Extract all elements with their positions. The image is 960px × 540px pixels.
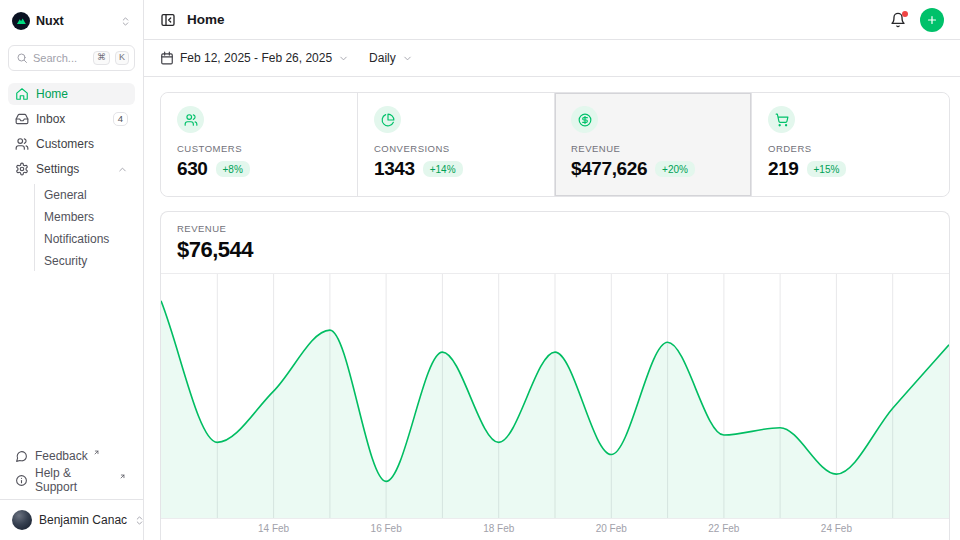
kbd-k: K [115,51,129,65]
feedback-link[interactable]: Feedback [8,445,135,467]
sidebar-item-label: Inbox [36,112,65,126]
stat-card-customers[interactable]: CUSTOMERS 630 +8% [161,93,358,196]
stat-delta-badge: +20% [655,161,695,177]
stat-label: CUSTOMERS [177,143,341,154]
app-window: Nuxt Search... ⌘ K Home [0,0,960,540]
filters-toolbar: Feb 12, 2025 - Feb 26, 2025 Daily [144,40,960,77]
info-circle-icon [15,474,28,487]
axis-tick-label: 16 Feb [371,523,402,534]
sidebar-collapse-icon[interactable] [160,12,176,28]
avatar [12,510,32,530]
page-header: Home [144,0,960,40]
axis-tick-label: 22 Feb [708,523,739,534]
revenue-area-chart[interactable] [161,274,949,519]
axis-tick-label: 20 Feb [596,523,627,534]
user-name: Benjamin Canac [39,513,127,527]
external-link-icon [119,473,126,480]
date-range-label: Feb 12, 2025 - Feb 26, 2025 [180,51,332,65]
sidebar-subitem-notifications[interactable]: Notifications [35,228,135,249]
chart-metric-value: $76,544 [177,237,933,263]
stats-row: CUSTOMERS 630 +8% CONVERSIONS 1343 +14% [160,92,950,197]
home-icon [15,87,29,101]
stat-delta-badge: +15% [807,161,847,177]
page-title: Home [187,12,225,27]
header-actions [890,8,944,32]
sidebar-subitem-security[interactable]: Security [35,250,135,271]
chevrons-up-down-icon [120,16,131,27]
chevron-down-icon [338,53,349,64]
footer-item-label: Help & Support [35,466,114,494]
sub-item-label: Notifications [44,232,109,246]
stat-delta-badge: +8% [216,161,250,177]
sidebar-item-inbox[interactable]: Inbox 4 [8,108,135,130]
sidebar-item-home[interactable]: Home [8,83,135,105]
page-content: CUSTOMERS 630 +8% CONVERSIONS 1343 +14% [144,77,960,540]
users-icon [177,106,204,133]
brand-name: Nuxt [36,14,64,28]
date-range-picker[interactable]: Feb 12, 2025 - Feb 26, 2025 [160,51,349,65]
dollar-circle-icon [571,106,598,133]
axis-tick-label: 14 Feb [258,523,289,534]
stat-label: CONVERSIONS [374,143,538,154]
nuxt-logo-icon [12,12,30,30]
user-menu[interactable]: Benjamin Canac [8,502,135,532]
inbox-icon [15,112,29,126]
sidebar-subitem-members[interactable]: Members [35,206,135,227]
plus-icon [926,14,938,26]
kbd-cmd: ⌘ [93,51,110,65]
granularity-select[interactable]: Daily [369,51,413,65]
axis-tick-label: 18 Feb [483,523,514,534]
axis-tick-label: 24 Feb [821,523,852,534]
revenue-chart-card: REVENUE $76,544 14 Feb16 Feb18 Feb20 Feb… [160,211,950,540]
main-panel: Home Feb 12, 2025 - Feb 26, 2025 [144,0,960,540]
inbox-count-badge: 4 [113,112,128,126]
chart-metric-label: REVENUE [177,223,933,234]
sidebar: Nuxt Search... ⌘ K Home [0,0,144,540]
sidebar-item-label: Customers [36,137,94,151]
sidebar-item-label: Home [36,87,68,101]
stat-card-revenue[interactable]: REVENUE $477,626 +20% [555,93,752,196]
sidebar-nav: Home Inbox 4 Customers Settings [8,83,135,272]
add-button[interactable] [920,8,944,32]
sidebar-item-customers[interactable]: Customers [8,133,135,155]
notifications-bell-icon[interactable] [890,12,906,28]
sidebar-footer: Feedback Help & Support Benjamin Canac [8,445,135,532]
notification-dot [902,11,908,17]
sub-item-label: Members [44,210,94,224]
shopping-cart-icon [768,106,795,133]
users-icon [15,137,29,151]
stat-label: ORDERS [768,143,933,154]
chart-svg[interactable] [161,274,949,518]
sidebar-item-label: Settings [36,162,79,176]
divider [0,499,143,500]
stat-value: 630 [177,158,208,180]
search-icon [16,52,28,64]
chevron-down-icon [402,53,413,64]
team-switcher[interactable]: Nuxt [8,10,135,32]
sub-item-label: General [44,188,87,202]
calendar-icon [160,51,174,65]
footer-item-label: Feedback [35,449,88,463]
chat-bubble-icon [15,450,28,463]
search-placeholder: Search... [33,52,88,64]
chevron-up-icon [117,164,128,175]
chart-header: REVENUE $76,544 [161,212,949,274]
external-link-icon [93,449,100,456]
help-support-link[interactable]: Help & Support [8,469,135,491]
settings-sub-list: General Members Notifications Security [34,184,135,271]
stat-value: $477,626 [571,158,647,180]
sub-item-label: Security [44,254,87,268]
stat-card-orders[interactable]: ORDERS 219 +15% [752,93,949,196]
sidebar-subitem-general[interactable]: General [35,184,135,205]
x-axis: 14 Feb16 Feb18 Feb20 Feb22 Feb24 Feb [161,519,949,540]
stat-card-conversions[interactable]: CONVERSIONS 1343 +14% [358,93,555,196]
stat-value: 1343 [374,158,415,180]
gear-icon [15,162,29,176]
stat-delta-badge: +14% [423,161,463,177]
pie-chart-icon [374,106,401,133]
stat-label: REVENUE [571,143,735,154]
granularity-label: Daily [369,51,396,65]
search-input[interactable]: Search... ⌘ K [8,45,135,71]
stat-value: 219 [768,158,799,180]
sidebar-item-settings[interactable]: Settings [8,158,135,180]
